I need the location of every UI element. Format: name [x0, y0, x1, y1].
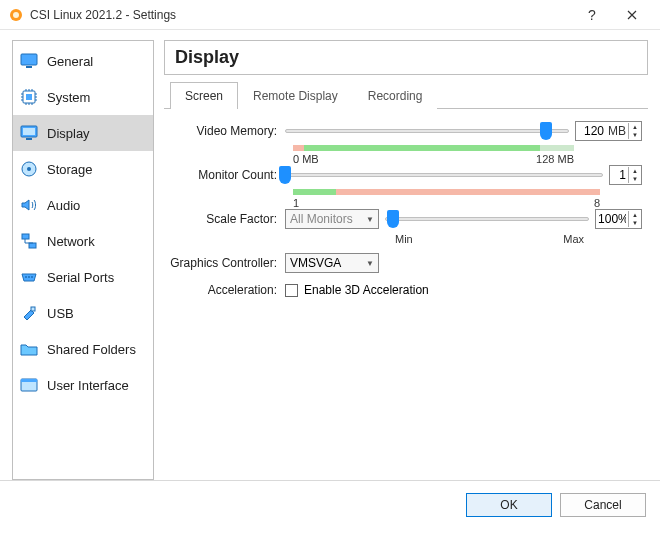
- svg-point-14: [28, 276, 30, 278]
- chevron-down-icon: ▼: [366, 259, 374, 268]
- sidebar-item-label: Storage: [47, 162, 93, 177]
- tab-recording[interactable]: Recording: [353, 82, 438, 109]
- sidebar: General System Display Storage Audio Net…: [12, 40, 154, 480]
- sidebar-item-general[interactable]: General: [13, 43, 153, 79]
- monitor-select[interactable]: All Monitors ▼: [285, 209, 379, 229]
- sidebar-item-label: USB: [47, 306, 74, 321]
- disk-icon: [19, 159, 39, 179]
- monitor-count-spinbox[interactable]: ▲▼: [609, 165, 642, 185]
- svg-rect-3: [26, 66, 32, 68]
- svg-rect-2: [21, 54, 37, 65]
- sidebar-item-label: Display: [47, 126, 90, 141]
- monitor-count-label: Monitor Count:: [170, 168, 285, 182]
- chevron-down-icon: ▼: [366, 215, 374, 224]
- video-memory-max-label: 128 MB: [536, 153, 574, 165]
- scale-factor-slider[interactable]: [385, 211, 589, 227]
- scale-min-label: Min: [395, 233, 413, 245]
- tab-screen[interactable]: Screen: [170, 82, 238, 109]
- sidebar-item-label: Serial Ports: [47, 270, 114, 285]
- cancel-button[interactable]: Cancel: [560, 493, 646, 517]
- app-icon: [8, 7, 24, 23]
- spin-up-icon[interactable]: ▲: [629, 167, 641, 175]
- spin-up-icon[interactable]: ▲: [629, 123, 641, 131]
- svg-rect-18: [21, 379, 37, 382]
- monitor-count-input[interactable]: [610, 167, 628, 183]
- sidebar-item-usb[interactable]: USB: [13, 295, 153, 331]
- graphics-controller-label: Graphics Controller:: [170, 256, 285, 270]
- sidebar-item-label: General: [47, 54, 93, 69]
- svg-point-10: [27, 167, 31, 171]
- usb-icon: [19, 303, 39, 323]
- video-memory-unit: MB: [606, 124, 628, 138]
- svg-rect-12: [29, 243, 36, 248]
- main-panel: Display Screen Remote Display Recording …: [164, 40, 648, 480]
- sidebar-item-serial-ports[interactable]: Serial Ports: [13, 259, 153, 295]
- ui-icon: [19, 375, 39, 395]
- serial-icon: [19, 267, 39, 287]
- close-button[interactable]: [612, 1, 652, 29]
- spin-down-icon[interactable]: ▼: [629, 219, 641, 227]
- svg-rect-16: [31, 307, 35, 311]
- folder-icon: [19, 339, 39, 359]
- screen-panel: Video Memory: MB ▲▼: [164, 109, 648, 307]
- scale-factor-input[interactable]: [596, 211, 628, 227]
- sidebar-item-label: User Interface: [47, 378, 129, 393]
- svg-rect-5: [26, 94, 32, 100]
- monitor-min-label: 1: [293, 197, 299, 209]
- sidebar-item-label: System: [47, 90, 90, 105]
- monitor-icon: [19, 51, 39, 71]
- enable-3d-checkbox[interactable]: [285, 284, 298, 297]
- sidebar-item-label: Shared Folders: [47, 342, 136, 357]
- content-area: General System Display Storage Audio Net…: [0, 30, 660, 480]
- display-icon: [19, 123, 39, 143]
- main-header: Display: [164, 40, 648, 75]
- sidebar-item-shared-folders[interactable]: Shared Folders: [13, 331, 153, 367]
- acceleration-label: Acceleration:: [170, 283, 285, 297]
- svg-rect-11: [22, 234, 29, 239]
- speaker-icon: [19, 195, 39, 215]
- sidebar-item-label: Audio: [47, 198, 80, 213]
- footer: OK Cancel: [0, 481, 660, 529]
- video-memory-label: Video Memory:: [170, 124, 285, 138]
- graphics-controller-value: VMSVGA: [290, 256, 341, 270]
- enable-3d-label: Enable 3D Acceleration: [304, 283, 429, 297]
- svg-point-15: [31, 276, 33, 278]
- svg-point-1: [13, 12, 19, 18]
- video-memory-min-label: 0 MB: [293, 153, 319, 165]
- spin-down-icon[interactable]: ▼: [629, 131, 641, 139]
- ok-button[interactable]: OK: [466, 493, 552, 517]
- tab-remote-display[interactable]: Remote Display: [238, 82, 353, 109]
- page-title: Display: [175, 47, 637, 68]
- scale-factor-label: Scale Factor:: [170, 212, 285, 226]
- monitor-select-value: All Monitors: [290, 212, 353, 226]
- monitor-count-slider[interactable]: [285, 167, 603, 183]
- spin-down-icon[interactable]: ▼: [629, 175, 641, 183]
- sidebar-item-user-interface[interactable]: User Interface: [13, 367, 153, 403]
- sidebar-item-label: Network: [47, 234, 95, 249]
- chip-icon: [19, 87, 39, 107]
- titlebar: CSI Linux 2021.2 - Settings ?: [0, 0, 660, 30]
- spin-up-icon[interactable]: ▲: [629, 211, 641, 219]
- svg-point-13: [25, 276, 27, 278]
- monitor-max-label: 8: [594, 197, 600, 209]
- help-button[interactable]: ?: [572, 1, 612, 29]
- scale-factor-spinbox[interactable]: ▲▼: [595, 209, 642, 229]
- network-icon: [19, 231, 39, 251]
- sidebar-item-display[interactable]: Display: [13, 115, 153, 151]
- video-memory-spinbox[interactable]: MB ▲▼: [575, 121, 642, 141]
- svg-rect-8: [26, 138, 32, 140]
- tabs: Screen Remote Display Recording: [164, 81, 648, 109]
- sidebar-item-network[interactable]: Network: [13, 223, 153, 259]
- sidebar-item-system[interactable]: System: [13, 79, 153, 115]
- sidebar-item-audio[interactable]: Audio: [13, 187, 153, 223]
- graphics-controller-select[interactable]: VMSVGA ▼: [285, 253, 379, 273]
- window-title: CSI Linux 2021.2 - Settings: [30, 8, 572, 22]
- svg-rect-7: [23, 128, 35, 135]
- video-memory-input[interactable]: [576, 123, 606, 139]
- video-memory-slider[interactable]: [285, 123, 569, 139]
- sidebar-item-storage[interactable]: Storage: [13, 151, 153, 187]
- scale-max-label: Max: [563, 233, 584, 245]
